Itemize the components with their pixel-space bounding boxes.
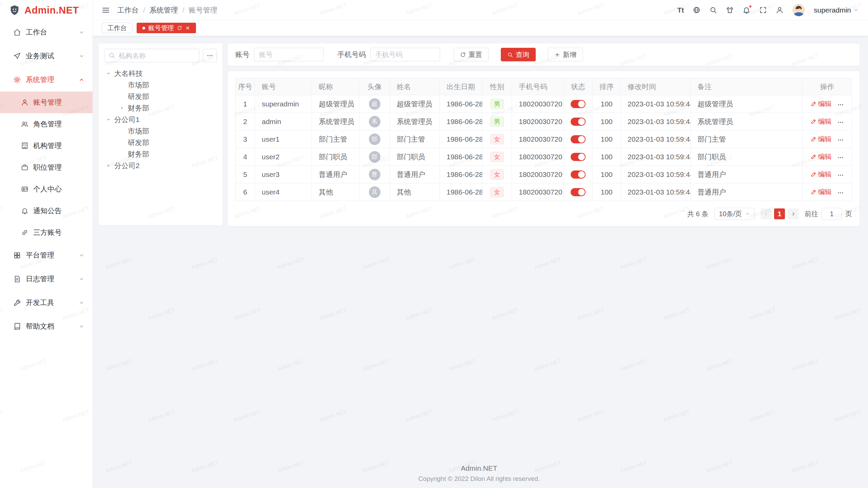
status-toggle[interactable] xyxy=(571,170,586,179)
col-birthdate: 出生日期 xyxy=(440,78,482,95)
font-size-icon[interactable]: Tt xyxy=(677,6,684,14)
cell-avatar: 部 xyxy=(359,148,390,166)
tree-node[interactable]: 财务部 xyxy=(104,148,217,160)
edit-icon xyxy=(811,101,816,107)
profile-icon[interactable] xyxy=(776,6,784,14)
phone-input[interactable] xyxy=(370,48,440,61)
status-toggle[interactable] xyxy=(571,100,586,108)
page-1-button[interactable]: 1 xyxy=(774,208,785,219)
cell-gender: 男 xyxy=(482,95,512,113)
next-page-button[interactable] xyxy=(788,208,798,219)
status-toggle[interactable] xyxy=(571,188,586,196)
account-input[interactable] xyxy=(254,48,324,61)
hamburger-menu-icon[interactable] xyxy=(102,6,110,14)
org-tree: 大名科技 市场部 研发部 财务部 xyxy=(104,68,217,171)
tree-node[interactable]: 分公司1 xyxy=(104,114,217,125)
cell-nickname: 部门主管 xyxy=(312,130,359,148)
caret-right-icon[interactable] xyxy=(119,105,125,111)
row-more-button[interactable] xyxy=(837,154,844,161)
sidebar-subitem-personal-center[interactable]: 个人中心 xyxy=(0,178,93,200)
status-toggle[interactable] xyxy=(571,153,586,161)
cell-actions: 编辑 xyxy=(803,183,852,201)
send-icon xyxy=(13,52,21,60)
edit-button[interactable]: 编辑 xyxy=(811,135,832,144)
prev-page-button[interactable] xyxy=(761,208,771,219)
edit-button[interactable]: 编辑 xyxy=(811,99,832,108)
tree-more-button[interactable] xyxy=(203,49,217,62)
edit-button[interactable]: 编辑 xyxy=(811,117,832,126)
breadcrumb-separator: / xyxy=(143,6,145,14)
phone-label: 手机号码 xyxy=(337,50,366,59)
chevron-down-icon xyxy=(853,7,859,13)
row-more-button[interactable] xyxy=(837,119,844,126)
tab-account-management[interactable]: 账号管理 xyxy=(137,23,196,33)
sidebar-item-platform[interactable]: 平台管理 xyxy=(0,243,93,267)
footer: Admin.NET Copyright © 2022 Dilon All rig… xyxy=(98,458,860,488)
add-button[interactable]: 新增 xyxy=(548,48,583,61)
cell-remark: 超级管理员 xyxy=(691,95,803,113)
tree-node[interactable]: 市场部 xyxy=(104,79,217,91)
tree-node-label: 分公司1 xyxy=(114,115,140,124)
sidebar-subitem-notice[interactable]: 通知公告 xyxy=(0,200,93,222)
page-size-select[interactable]: 10条/页 xyxy=(714,208,754,220)
breadcrumb-item[interactable]: 工作台 xyxy=(117,5,139,15)
sidebar-item-business-test[interactable]: 业务测试 xyxy=(0,44,93,68)
sidebar-item-system-admin[interactable]: 系统管理 xyxy=(0,68,93,92)
row-more-button[interactable] xyxy=(837,172,844,179)
book-icon xyxy=(13,323,21,330)
sidebar-subitem-thirdparty[interactable]: 三方账号 xyxy=(0,222,93,243)
cell-birthdate: 1986-06-28 xyxy=(440,113,482,130)
language-icon[interactable] xyxy=(693,6,701,14)
user-menu[interactable]: superadmin xyxy=(814,6,859,14)
building-icon xyxy=(21,142,28,149)
row-more-button[interactable] xyxy=(837,101,844,108)
edit-button[interactable]: 编辑 xyxy=(811,187,832,197)
tree-node[interactable]: 研发部 xyxy=(104,91,217,102)
breadcrumb-item[interactable]: 系统管理 xyxy=(150,5,178,15)
sidebar-item-docs[interactable]: 帮助文档 xyxy=(0,314,93,338)
reset-button[interactable]: 重置 xyxy=(454,48,489,61)
close-icon[interactable] xyxy=(185,25,190,30)
sidebar-subitem-account[interactable]: 账号管理 xyxy=(0,92,93,113)
org-search-input[interactable] xyxy=(104,49,199,62)
status-toggle[interactable] xyxy=(571,135,586,143)
sidebar-item-workbench[interactable]: 工作台 xyxy=(0,20,93,44)
sidebar-subitem-position[interactable]: 职位管理 xyxy=(0,157,93,178)
tree-node[interactable]: 财务部 xyxy=(104,102,217,114)
user-avatar[interactable] xyxy=(792,4,805,16)
fullscreen-icon[interactable] xyxy=(759,6,767,14)
status-toggle[interactable] xyxy=(571,118,586,126)
sidebar-subitem-role[interactable]: 角色管理 xyxy=(0,113,93,135)
theme-icon[interactable] xyxy=(726,6,734,14)
sidebar-item-logs[interactable]: 日志管理 xyxy=(0,267,93,291)
caret-down-icon[interactable] xyxy=(105,70,112,77)
avatar: 部 xyxy=(369,151,380,163)
caret-right-icon[interactable] xyxy=(105,163,112,169)
edit-button[interactable]: 编辑 xyxy=(811,170,832,179)
tab-workbench[interactable]: 工作台 xyxy=(102,23,133,33)
goto-page-input[interactable] xyxy=(822,208,842,220)
cell-modified: 2023-01-03 10:59:44 xyxy=(621,130,691,148)
cell-remark: 系统管理员 xyxy=(691,113,803,130)
refresh-icon[interactable] xyxy=(177,25,182,30)
sidebar-subitem-organization[interactable]: 机构管理 xyxy=(0,135,93,157)
reset-label: 重置 xyxy=(469,50,482,59)
tree-node[interactable]: 分公司2 xyxy=(104,160,217,171)
search-button[interactable]: 查询 xyxy=(501,48,536,61)
col-remark: 备注 xyxy=(691,78,803,95)
cell-name: 普通用户 xyxy=(390,166,440,183)
users-icon xyxy=(21,120,28,128)
col-sort: 排序 xyxy=(593,78,621,95)
notifications-button[interactable] xyxy=(743,6,750,14)
row-more-button[interactable] xyxy=(837,137,844,143)
sidebar-item-devtools[interactable]: 开发工具 xyxy=(0,291,93,314)
caret-down-icon[interactable] xyxy=(105,117,112,123)
tree-node[interactable]: 大名科技 xyxy=(104,68,217,79)
edit-button[interactable]: 编辑 xyxy=(811,152,832,161)
tree-node[interactable]: 研发部 xyxy=(104,137,217,148)
breadcrumb-separator: / xyxy=(182,6,184,14)
tree-node[interactable]: 市场部 xyxy=(104,125,217,137)
cell-account: admin xyxy=(255,113,312,130)
row-more-button[interactable] xyxy=(837,189,844,196)
search-icon[interactable] xyxy=(709,6,717,14)
